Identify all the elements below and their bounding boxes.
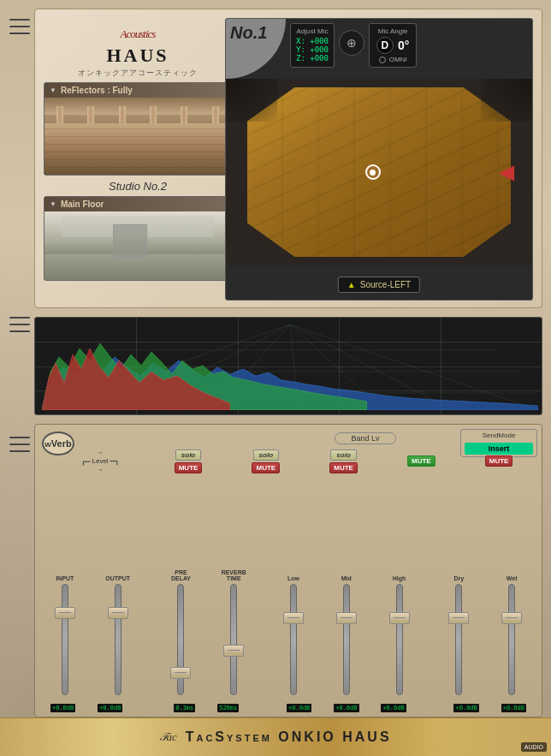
wet-value: +0.0dB [501, 704, 526, 712]
low-fader-handle[interactable] [283, 612, 304, 624]
3d-perspective-container [42, 324, 538, 410]
dry-mute-area: MUTE [382, 455, 459, 467]
mic-z-value: Z: +000 [296, 54, 329, 63]
source-label-text: Source-LEFT [360, 280, 411, 289]
level-open-bracket: ⌐ [82, 454, 92, 469]
omni-radio[interactable] [379, 57, 386, 63]
output-fader-handle[interactable] [108, 607, 128, 619]
menu-button-mid[interactable] [9, 317, 30, 332]
low-fader-channel: Low [268, 575, 319, 695]
wet-fader-track [508, 584, 515, 695]
predelay-fader-track [177, 584, 184, 695]
send-mode-label: SendMode [465, 432, 533, 439]
mid-mute-button[interactable]: MUTE [252, 462, 280, 473]
input-value: +0.0dB [50, 704, 75, 712]
bottom-brand-bar: 𝒯ac TacSystem ONKIO HAUS [0, 717, 551, 756]
corner-shadow-tl [226, 79, 277, 122]
dry-fader-handle[interactable] [448, 612, 469, 624]
predelay-value: 0.3ms [174, 704, 195, 712]
menu-button-bot[interactable] [9, 437, 30, 452]
studio1-preview-card[interactable]: ▼ ReFlectors : Fully [44, 82, 232, 176]
audio-badge: AUDIO [521, 742, 547, 752]
mic-angle-label: Mic Angle [378, 27, 408, 35]
source-label-bar: ▲ Source-LEFT [338, 277, 420, 293]
level-top-bracket: ¬ [98, 449, 103, 456]
room-preview-area: ▼ ReFlectors : Fully [44, 82, 232, 288]
low-mute-button[interactable]: MUTE [175, 462, 203, 473]
mid-fader-handle[interactable] [336, 612, 357, 624]
high-solo-button[interactable]: solo [330, 449, 356, 461]
menu-button-top[interactable] [9, 19, 30, 34]
no1-badge: No.1 [226, 19, 286, 79]
omni-label: OMNI [389, 56, 407, 63]
predelay-fader-label: PREDELAY [171, 569, 191, 581]
spectrum-panel [34, 317, 542, 415]
band-lv-area: Band Lv [275, 429, 456, 444]
logo-text: Acoustics HAUS [44, 18, 232, 66]
studio2-preview-card[interactable]: ▼ Main Floor [44, 196, 232, 281]
mic-x-value: X: +000 [296, 37, 329, 45]
reverbtime-fader-handle[interactable] [223, 645, 244, 657]
wet-mute-area: MUTE [460, 455, 537, 467]
fader-values-row: +0.0dB +0.0dB 0.3ms 520ms +0.0dB +0.0dB … [39, 704, 537, 712]
mid-fader-channel: Mid [321, 575, 372, 695]
studio1-preview-header: ▼ ReFlectors : Fully [44, 83, 231, 98]
audio-badge-text: AUDIO [524, 744, 543, 750]
input-fader-handle[interactable] [55, 607, 75, 619]
mid-fader-track [343, 584, 350, 695]
studio2-room-name: Main Floor [61, 199, 104, 209]
studio2-label: Studio No.2 [109, 180, 167, 193]
omni-row: OMNI [379, 56, 407, 63]
mid-solo-mute: solo MUTE [228, 449, 305, 473]
dry-mute-button[interactable]: MUTE [407, 455, 435, 467]
level-label-group: ¬ Level ¬ [92, 449, 109, 473]
dry-fader-channel: Dry [433, 575, 484, 695]
dry-fader-label: Dry [454, 575, 465, 581]
room-topdown-view: No.1 Adjust Mic X: +000 Y: +000 Z: +000 … [225, 18, 533, 301]
predelay-fader-handle[interactable] [170, 667, 191, 679]
output-fader-channel: OUTPUT [92, 575, 144, 695]
level-bot-bracket: ¬ [98, 466, 103, 473]
low-solo-button[interactable]: solo [175, 449, 201, 461]
dry-fader-track [455, 584, 462, 695]
room-controls-bar: Adjust Mic X: +000 Y: +000 Z: +000 ⊕ Mic… [290, 23, 528, 68]
mid-solo-button[interactable]: solo [253, 449, 279, 461]
source-triangle-icon: ▲ [347, 280, 356, 289]
top-panel: Acoustics HAUS オンキックアアコースティック Studio No.… [34, 9, 542, 308]
wet-fader-handle[interactable] [501, 612, 522, 624]
input-fader-label: INPUT [56, 575, 74, 581]
wet-fader-channel: Wet [486, 575, 537, 695]
mic-position-dot[interactable] [365, 164, 381, 180]
wet-mute-button[interactable]: MUTE [485, 455, 513, 467]
dry-value: +0.0dB [453, 704, 478, 712]
high-value: +0.0dB [381, 704, 406, 712]
output-fader-track [115, 584, 121, 695]
reverbtime-value: 520ms [217, 704, 239, 712]
studio2-dropdown-arrow: ▼ [50, 200, 56, 208]
corner-shadow-tr [481, 79, 532, 122]
high-fader-track [396, 584, 403, 695]
waveform-red-svg [42, 324, 230, 410]
mic-icon: ⊕ [339, 30, 364, 56]
reverbtime-fader-track [230, 584, 237, 695]
level-text-label: Level [92, 457, 109, 465]
input-fader-channel: INPUT [39, 575, 91, 695]
low-solo-mute: solo MUTE [150, 449, 227, 473]
spectrum-visualization [35, 318, 542, 414]
left-sidebar [7, 0, 33, 756]
band-lv-label: Band Lv [346, 434, 384, 443]
mic-dot-center [370, 170, 376, 176]
input-fader-track [62, 584, 68, 695]
high-mute-button[interactable]: MUTE [329, 462, 358, 473]
output-fader-label: OUTPUT [105, 575, 130, 581]
mic-angle-box: Mic Angle D 0° OMNI [369, 23, 417, 68]
angle-value: 0° [398, 39, 409, 52]
tac-logo-icon: 𝒯ac [159, 730, 176, 744]
low-fader-track [290, 584, 297, 695]
wet-fader-label: Wet [507, 575, 518, 581]
predelay-fader-channel: PREDELAY [156, 569, 207, 695]
logo-subtitle: オンキックアアコースティック [44, 68, 232, 79]
high-fader-handle[interactable] [389, 612, 410, 624]
band-lv-box: Band Lv [335, 432, 395, 444]
high-solo-mute: solo MUTE [305, 449, 382, 473]
